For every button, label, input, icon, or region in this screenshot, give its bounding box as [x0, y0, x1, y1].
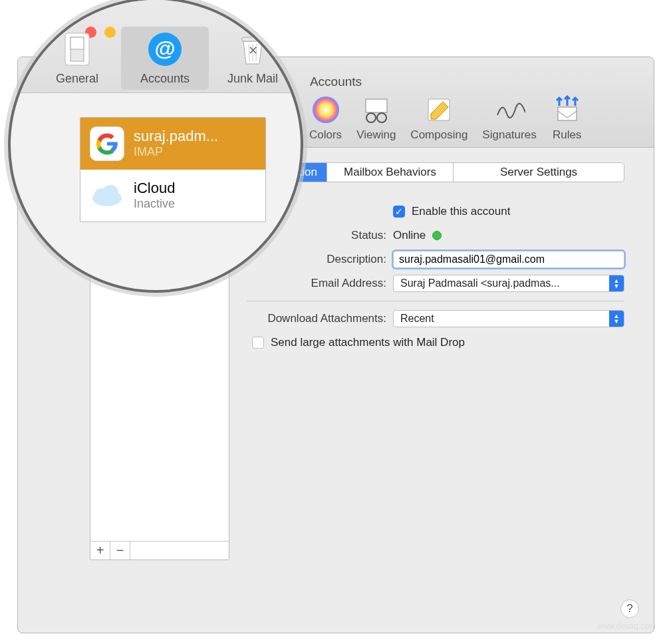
svg-rect-16: [242, 37, 263, 41]
toolbar-viewing[interactable]: Viewing: [351, 94, 401, 142]
help-button[interactable]: ?: [620, 599, 639, 618]
rules-icon: [551, 94, 583, 126]
svg-text:✕: ✕: [248, 44, 258, 57]
status-dot-icon: [432, 231, 442, 240]
account-list-zoom: suraj.padm... IMAP iCloud Inactive: [80, 117, 266, 222]
divider: [247, 301, 624, 301]
account-name: suraj.padm...: [134, 128, 218, 145]
account-row-icloud[interactable]: iCloud Inactive: [80, 170, 265, 222]
enable-account-checkbox[interactable]: ✓: [393, 206, 405, 218]
svg-point-3: [377, 113, 386, 122]
toolbar-label: Viewing: [356, 128, 396, 142]
remove-account-button[interactable]: −: [110, 542, 130, 560]
toolbar-label: Rules: [553, 128, 581, 142]
toolbar-general[interactable]: General: [33, 27, 121, 90]
account-status: Inactive: [134, 197, 175, 212]
tab-server-settings[interactable]: Server Settings: [454, 163, 624, 182]
account-protocol: IMAP: [134, 145, 218, 160]
add-account-button[interactable]: +: [90, 542, 110, 560]
pencil-icon: [423, 94, 455, 126]
zoom-inset: General @ Accounts ✕ Junk Mail: [8, 0, 303, 293]
toolbar-label: Signatures: [482, 128, 536, 142]
switch-icon: [59, 31, 96, 68]
watermark: www.deuaq.com: [597, 621, 656, 631]
email-label: Email Address:: [247, 277, 393, 290]
icloud-icon: [90, 178, 124, 213]
toolbar-label: General: [56, 72, 98, 86]
color-wheel-icon: [310, 94, 342, 126]
account-name: iCloud: [134, 180, 175, 197]
signature-icon: [493, 94, 525, 126]
toolbar-colors[interactable]: Colors: [304, 94, 347, 142]
mail-drop-checkbox[interactable]: [252, 337, 264, 349]
toolbar-label: Accounts: [140, 72, 190, 86]
svg-point-20: [102, 185, 118, 198]
toolbar-composing[interactable]: Composing: [405, 94, 473, 142]
glasses-icon: [360, 94, 392, 126]
download-attachments-value: Recent: [400, 313, 434, 325]
toolbar-label: Colors: [309, 128, 342, 142]
enable-account-label: Enable this account: [412, 205, 510, 218]
email-address-select[interactable]: Suraj Padmasali <suraj.padmas... ▲▼: [393, 275, 624, 292]
chevron-updown-icon: ▲▼: [609, 311, 624, 327]
at-sign-icon: @: [146, 31, 184, 68]
toolbar-accounts[interactable]: @ Accounts: [121, 27, 209, 90]
description-label: Description:: [247, 253, 393, 266]
toolbar-label: Junk Mail: [227, 72, 278, 86]
toolbar-rules[interactable]: Rules: [546, 94, 589, 142]
chevron-updown-icon: ▲▼: [609, 275, 624, 291]
toolbar-signatures[interactable]: Signatures: [477, 94, 541, 142]
status-value: Online: [393, 229, 426, 242]
mail-drop-label: Send large attachments with Mail Drop: [271, 336, 465, 349]
window-title: Accounts: [310, 75, 362, 89]
account-row-google[interactable]: suraj.padm... IMAP: [80, 118, 265, 170]
download-label: Download Attachments:: [247, 312, 393, 325]
email-address-value: Suraj Padmasali <suraj.padmas...: [400, 277, 560, 289]
svg-rect-7: [558, 107, 577, 120]
toolbar-label: Composing: [410, 128, 467, 142]
tab-mailbox-behaviors[interactable]: Mailbox Behaviors: [327, 163, 454, 182]
download-attachments-select[interactable]: Recent ▲▼: [393, 310, 624, 327]
google-icon: [90, 126, 124, 161]
description-input[interactable]: [393, 251, 624, 268]
svg-rect-10: [70, 37, 84, 49]
svg-point-0: [313, 96, 339, 123]
content-pane: t Information Mailbox Behaviors Server S…: [237, 148, 654, 633]
svg-rect-1: [366, 99, 387, 112]
tabs: t Information Mailbox Behaviors Server S…: [247, 162, 624, 182]
trash-icon: ✕: [234, 31, 271, 68]
svg-point-2: [366, 113, 376, 122]
svg-text:@: @: [154, 37, 175, 61]
